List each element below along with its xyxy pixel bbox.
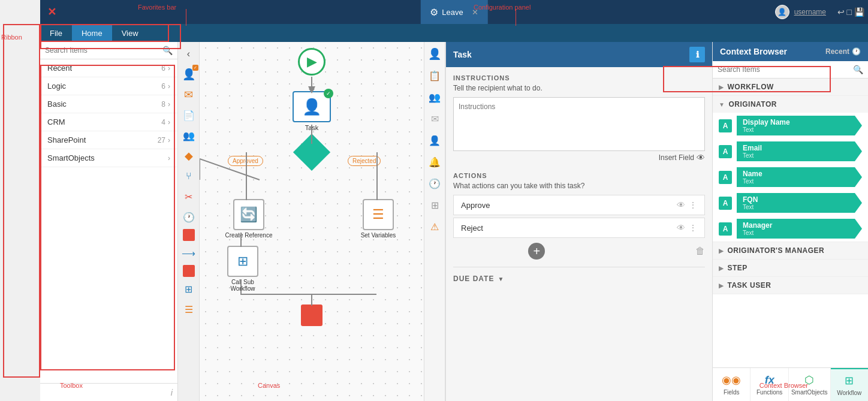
instructions-textarea[interactable] xyxy=(453,97,705,151)
cb-recent-label: Recent xyxy=(825,47,849,56)
restore-icon[interactable]: □ xyxy=(847,7,852,17)
mail-config-icon[interactable]: ✉ xyxy=(426,110,443,127)
reject-eye-icon[interactable]: 👁 xyxy=(677,223,685,233)
functions-label: Functions xyxy=(757,389,782,396)
instructions-section: INSTRUCTIONS Tell the recipient what to … xyxy=(453,74,705,162)
task-check-badge: ✓ xyxy=(326,91,331,97)
fields-label: Fields xyxy=(724,389,740,396)
clock-icon[interactable]: 🕐 xyxy=(180,209,197,225)
branch-icon[interactable]: ⑂ xyxy=(180,168,197,185)
save-icon[interactable]: 💾 xyxy=(854,7,864,17)
red-square-1 xyxy=(183,229,195,241)
cb-step-header[interactable]: ▶ STEP xyxy=(713,260,868,276)
cb-item-display-name[interactable]: A Display Name Text xyxy=(713,113,868,138)
toolbox-item-recent[interactable]: Recent 6 › xyxy=(40,59,177,77)
set-variables-node[interactable]: ☰ Set Variables xyxy=(357,199,399,239)
toolbox-item-sharepoint[interactable]: SharePoint 27 › xyxy=(40,131,177,149)
approve-label: Approve xyxy=(461,201,490,210)
cb-item-manager[interactable]: A Manager Text xyxy=(713,216,868,242)
toolbox-items-list: Recent 6 › Logic 6 › Basic 8 › xyxy=(40,59,177,383)
cb-item-name[interactable]: A Name Text xyxy=(713,164,868,190)
cb-fqn-label: FQN xyxy=(743,195,856,204)
cb-recent-button[interactable]: Recent 🕐 xyxy=(825,47,861,56)
cb-step-label: STEP xyxy=(728,264,748,272)
cb-display-name-badge: A xyxy=(719,119,732,132)
toolbox-item-basic[interactable]: Basic 8 › xyxy=(40,95,177,113)
network-icon[interactable]: ⊞ xyxy=(180,281,197,297)
diamond-icon[interactable]: ◆ xyxy=(180,147,197,164)
add-action-button[interactable]: + xyxy=(528,243,545,260)
toolbox-item-smartobjects[interactable]: SmartObjects › xyxy=(40,149,177,167)
cb-step-arrow-icon: ▶ xyxy=(719,265,724,272)
annotation-toolbox: Toolbox xyxy=(60,382,83,389)
actions-desc: What actions can you take with this task… xyxy=(453,182,705,190)
cb-item-fqn[interactable]: A FQN Text xyxy=(713,190,868,216)
ribbon-home-button[interactable]: Home xyxy=(72,24,112,42)
bell-config-icon[interactable]: 🔔 xyxy=(426,153,443,170)
cb-task-user-header[interactable]: ▶ TASK USER xyxy=(713,277,868,294)
call-sub-workflow-node[interactable]: ⊞ Call Sub Workflow xyxy=(219,246,267,292)
mail-icon[interactable]: ✉ xyxy=(180,86,197,103)
instructions-title: INSTRUCTIONS xyxy=(453,74,705,82)
due-date-section[interactable]: DUE DATE ▼ xyxy=(453,275,705,283)
cb-workflow-header[interactable]: ▶ WORKFLOW xyxy=(713,79,868,95)
warning-config-icon[interactable]: ⚠ xyxy=(426,218,443,235)
approve-eye-icon[interactable]: 👁 xyxy=(677,200,685,210)
annotation-favorites-bar: Favorites bar xyxy=(138,4,176,11)
grid-config-icon[interactable]: ⊞ xyxy=(426,197,443,213)
create-reference-node[interactable]: 🔄 Create Reference xyxy=(225,199,273,239)
ribbon-file-button[interactable]: File xyxy=(40,24,72,42)
tab-icon: ⚙ xyxy=(430,7,438,18)
actions-title: ACTIONS xyxy=(453,172,705,179)
delete-action-icon[interactable]: 🗑 xyxy=(695,246,705,257)
cb-workflow-label: WORKFLOW xyxy=(728,83,774,91)
cb-item-email[interactable]: A Email Text xyxy=(713,138,868,164)
cb-originator-section: ▼ ORIGINATOR A Display Name Text xyxy=(713,96,868,242)
cb-search-input[interactable] xyxy=(718,65,849,74)
cb-fqn-content: FQN Text xyxy=(737,193,862,213)
user2-config-icon[interactable]: 👤 xyxy=(426,132,443,149)
approve-menu-icon[interactable]: ⋮ xyxy=(689,200,697,210)
clock-config-icon[interactable]: 🕐 xyxy=(426,175,443,192)
create-ref-icon: 🔄 xyxy=(240,206,258,223)
toolbox-search-input[interactable] xyxy=(45,46,159,55)
people-icon[interactable]: 👥 xyxy=(180,127,197,144)
toolbox-item-crm[interactable]: CRM 4 › xyxy=(40,113,177,131)
start-node: ▶ xyxy=(298,48,326,76)
info-icon: i xyxy=(171,387,173,397)
cb-workflow-arrow-icon: ▶ xyxy=(719,84,724,91)
red-square-2 xyxy=(183,265,195,277)
user-task-icon[interactable]: 👤 ✓ xyxy=(180,66,197,83)
config-info-button[interactable]: ℹ xyxy=(689,47,705,62)
ribbon-view-button[interactable]: View xyxy=(112,24,148,42)
ribbon: File Home View xyxy=(40,24,868,42)
list-icon[interactable]: ☰ xyxy=(180,301,197,318)
toolbox-item-logic[interactable]: Logic 6 › xyxy=(40,77,177,95)
cb-originator-header[interactable]: ▼ ORIGINATOR xyxy=(713,96,868,113)
undo-icon[interactable]: ↩ xyxy=(837,7,845,17)
context-browser-header: Context Browser Recent 🕐 xyxy=(713,42,868,61)
action-row-reject: Reject 👁 ⋮ xyxy=(453,218,705,238)
insert-field-button[interactable]: Insert Field 👁 xyxy=(453,153,705,162)
header-user-area: 👤 username xyxy=(775,5,826,19)
cb-workflow-button[interactable]: ⊞ Workflow xyxy=(831,368,868,401)
doc-config-icon[interactable]: 📋 xyxy=(426,67,443,84)
canvas: ▶ 👤 ✓ Task xyxy=(200,42,424,401)
start-play-icon: ▶ xyxy=(307,54,317,70)
task-user-icon: 👤 xyxy=(302,98,321,116)
flow-icon[interactable]: ⟶ xyxy=(180,245,197,261)
due-date-arrow-icon: ▼ xyxy=(498,276,504,282)
collapse-left-button[interactable]: ‹ xyxy=(180,46,197,62)
user-config-icon[interactable]: 👤 xyxy=(426,46,443,62)
reject-menu-icon[interactable]: ⋮ xyxy=(689,223,697,233)
cb-fqn-badge: A xyxy=(719,197,732,210)
set-vars-label: Set Variables xyxy=(357,232,399,239)
basic-arrow-icon: › xyxy=(168,100,170,108)
scissors-icon[interactable]: ✂ xyxy=(180,188,197,205)
people-config-icon[interactable]: 👥 xyxy=(426,89,443,105)
workflow-footer-label: Workflow xyxy=(837,390,861,396)
cb-originators-manager-header[interactable]: ▶ ORIGINATOR'S MANAGER xyxy=(713,242,868,259)
document-icon[interactable]: 📄 xyxy=(180,107,197,123)
cb-fields-button[interactable]: ◉◉ Fields xyxy=(713,368,751,401)
annotation-context-browser: Context Browser xyxy=(760,382,808,389)
